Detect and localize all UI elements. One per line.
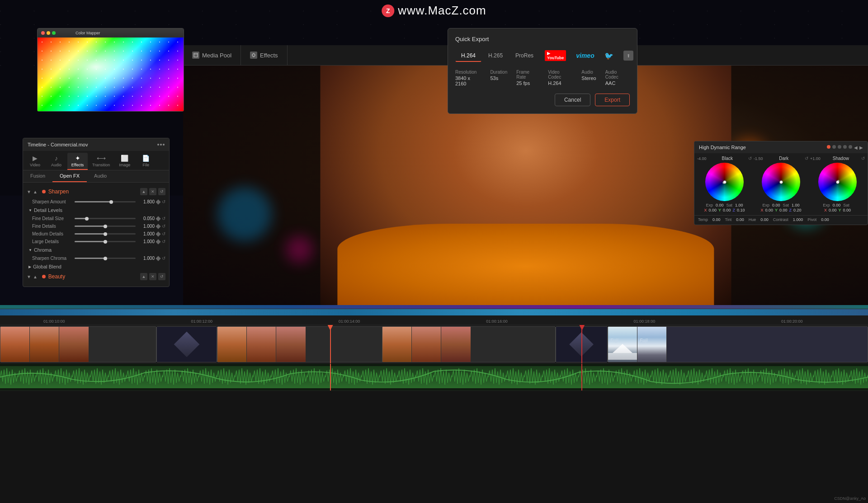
tab-video[interactable]: ▶ Video [25, 153, 45, 170]
cancel-button[interactable]: Cancel [555, 94, 590, 106]
format-tab-share[interactable]: ⬆ [619, 48, 638, 63]
fine-detail-size-slider[interactable] [75, 218, 136, 219]
chroma-section[interactable]: ▼ Chroma [27, 245, 165, 254]
tab-file[interactable]: 📄 File [136, 153, 156, 170]
framerate-value: 25 fps [516, 80, 539, 86]
beauty-reset-btn[interactable]: ↺ [158, 273, 165, 280]
sharpen-delete-btn[interactable]: ✕ [149, 188, 156, 195]
sharpen-chroma-row: Sharpen Chroma 1.000 ↺ [27, 254, 165, 262]
contrast-label: Contrast [773, 217, 788, 222]
hdr-navigation: ◀ ▶ [827, 145, 863, 150]
large-details-slider[interactable] [75, 241, 136, 242]
toolbar-effects[interactable]: Effects [241, 45, 288, 65]
global-blend-section[interactable]: ▶ Global Blend [27, 262, 165, 271]
audio-track [0, 364, 868, 391]
format-tab-vimeo[interactable]: vimeo [571, 50, 599, 61]
shadow-y-label: Y [839, 208, 841, 212]
clip-4[interactable]: Fuji Fuji [608, 326, 868, 362]
fine-detail-size-reset[interactable]: ↺ [162, 216, 165, 221]
beauty-delete-btn[interactable]: ✕ [149, 273, 156, 280]
sharpen-chroma-reset[interactable]: ↺ [162, 256, 165, 261]
shadow-sat-label: Sat [843, 203, 849, 207]
large-details-reset[interactable]: ↺ [162, 239, 165, 244]
black-color-wheel[interactable] [705, 163, 744, 201]
hue-value[interactable]: 0.00 [760, 217, 769, 222]
beauty-expand-btn[interactable]: ▲ [33, 274, 38, 279]
fine-detail-size-keyframe[interactable] [156, 216, 160, 221]
qe-duration: Duration 53s [490, 70, 507, 86]
sharpen-amount-thumb [109, 200, 113, 204]
clip-2-thumb2 [247, 327, 276, 362]
clip-3[interactable] [382, 326, 556, 362]
qe-audio: Audio Stereo [581, 70, 596, 86]
sharpen-amount-reset[interactable]: ↺ [162, 199, 165, 204]
fine-details-keyframe[interactable] [156, 224, 160, 229]
transition-1[interactable] [156, 326, 217, 362]
contrast-value[interactable]: 1.000 [793, 217, 803, 222]
mountain-shape-1 [613, 344, 632, 353]
medium-details-reset[interactable]: ↺ [162, 231, 165, 236]
window-minimize-btn[interactable] [47, 31, 50, 35]
format-tab-h265[interactable]: H.265 [482, 50, 509, 61]
format-tab-youtube[interactable]: ▶ YouTube [540, 48, 571, 63]
dark-wheel-reset[interactable]: ↺ [805, 156, 808, 161]
black-sat-value: 1.00 [735, 203, 743, 207]
large-details-keyframe[interactable] [156, 239, 160, 244]
tab-transition[interactable]: ⟷ Transition [89, 153, 113, 170]
clip-1[interactable] [0, 326, 156, 362]
subtab-audio[interactable]: Audio [87, 170, 114, 182]
subtab-openfx[interactable]: Open FX [52, 170, 87, 182]
shadow-wheel-reset[interactable]: ↺ [861, 156, 865, 161]
temp-value[interactable]: 0.00 [712, 217, 721, 222]
timecode-1: 01:00:10:00 [43, 319, 65, 324]
fine-details-slider[interactable] [75, 226, 136, 227]
detail-levels-section[interactable]: ▼ Detail Levels [27, 206, 165, 215]
timecode-6: 01:00:20:00 [781, 319, 803, 324]
window-close-btn[interactable] [41, 31, 45, 35]
sharpen-reset-btn[interactable]: ↺ [158, 188, 165, 195]
sharpen-amount-slider[interactable] [75, 201, 136, 202]
hdr-next-btn[interactable]: ▶ [859, 145, 863, 150]
fine-details-reset[interactable]: ↺ [162, 224, 165, 229]
window-maximize-btn[interactable] [52, 31, 56, 35]
format-tab-twitter[interactable]: 🐦 [600, 49, 618, 62]
vimeo-icon: vimeo [576, 52, 594, 59]
panel-menu[interactable] [157, 144, 165, 146]
file-tab-label: File [142, 163, 149, 167]
dark-exp-sat: Exp 0.00 Sat 1.00 [762, 203, 799, 207]
medium-details-keyframe[interactable] [156, 231, 160, 236]
hdr-prev-btn[interactable]: ◀ [854, 145, 858, 150]
shadow-color-wheel[interactable] [818, 163, 857, 201]
dark-y-value: 0.00 [779, 208, 788, 212]
subtab-fusion[interactable]: Fusion [23, 170, 52, 182]
beauty-up-btn[interactable]: ▲ [140, 273, 147, 280]
dark-color-wheel[interactable] [762, 163, 800, 201]
logo-icon: Z [382, 5, 394, 17]
pivot-value[interactable]: 0.00 [821, 217, 829, 222]
sharpen-amount-keyframe[interactable] [156, 199, 160, 204]
large-details-row: Large Details 1.000 ↺ [27, 238, 165, 245]
black-y-value: 0.00 [723, 208, 731, 212]
export-button[interactable]: Export [595, 94, 630, 106]
sharpen-collapse-btn[interactable]: ▼ [27, 189, 31, 194]
sharpen-expand-btn[interactable]: ▲ [33, 189, 38, 194]
beauty-collapse-btn[interactable]: ▼ [27, 274, 31, 279]
tab-effects[interactable]: ✦ Effects [67, 153, 88, 170]
medium-details-slider[interactable] [75, 233, 136, 235]
tab-audio[interactable]: ♪ Audio [46, 153, 66, 170]
tab-image[interactable]: ⬜ Image [114, 153, 135, 170]
sharpen-chroma-slider[interactable] [75, 258, 136, 259]
dark-wheel-header: -1.50 Dark ↺ [754, 156, 808, 161]
clip-2[interactable] [217, 326, 391, 362]
format-tab-prores[interactable]: ProRes [509, 50, 539, 61]
video-codec-value: H.264 [548, 80, 572, 86]
black-wheel-reset[interactable]: ↺ [748, 156, 752, 161]
dark-exp-label: Exp [762, 203, 769, 207]
sharpen-up-btn[interactable]: ▲ [140, 188, 147, 195]
toolbar-media-pool[interactable]: Media Pool [183, 45, 241, 65]
format-tab-h264[interactable]: H.264 [455, 50, 481, 62]
medium-details-row: Medium Details 1.000 ↺ [27, 230, 165, 238]
qe-video-codec: Video Codec H.264 [548, 70, 572, 86]
sharpen-chroma-keyframe[interactable] [156, 256, 160, 261]
tint-value[interactable]: 0.00 [736, 217, 744, 222]
